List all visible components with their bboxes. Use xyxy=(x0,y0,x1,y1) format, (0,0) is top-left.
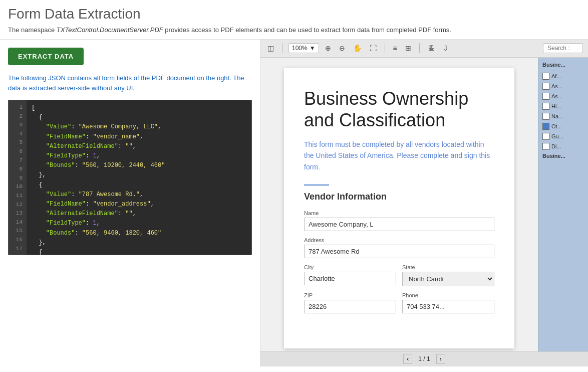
zoom-in-icon[interactable]: ⊕ xyxy=(323,43,333,53)
zoom-value: 100% xyxy=(292,45,308,52)
form-subtitle: This form must be completed by all vendo… xyxy=(304,139,494,172)
page-indicator: 1 / 1 xyxy=(414,354,434,363)
separator-1 xyxy=(282,43,282,53)
list-item[interactable]: Af... xyxy=(542,73,584,80)
download-icon[interactable]: ⇩ xyxy=(441,43,451,53)
page-description: The namespace TXTextControl.DocumentServ… xyxy=(8,25,580,35)
checkbox-af[interactable] xyxy=(542,73,549,80)
address-input[interactable] xyxy=(304,245,494,258)
zip-field: ZIP xyxy=(304,292,396,313)
grid-icon[interactable]: ⊞ xyxy=(403,43,413,53)
address-field: Address xyxy=(304,237,494,258)
item-label-gu: Gu... xyxy=(551,133,563,139)
zip-phone-row: ZIP Phone xyxy=(304,292,494,319)
item-label-as2: As... xyxy=(551,93,562,99)
item-label-ot: Ot... xyxy=(551,123,562,129)
state-label: State xyxy=(402,264,494,270)
city-field: City xyxy=(304,264,396,286)
item-label-as1: As... xyxy=(551,83,562,89)
code-editor: 12345 678910 1112131415 1617181920 2122 … xyxy=(8,100,252,255)
fullscreen-icon[interactable]: ⛶ xyxy=(368,43,379,53)
print-icon[interactable]: 🖶 xyxy=(426,43,437,53)
zoom-dropdown-icon[interactable]: ▼ xyxy=(310,45,316,52)
address-label: Address xyxy=(304,237,494,243)
phone-input[interactable] xyxy=(402,300,494,313)
code-content: [ { "Value": "Awesome Company, LLC", "Fi… xyxy=(27,100,251,255)
form-divider xyxy=(304,184,329,185)
city-label: City xyxy=(304,264,396,270)
item-label-na: Na... xyxy=(551,113,563,119)
list-item[interactable]: Hi... xyxy=(542,103,584,110)
pdf-main: Business Ownership and Classification Th… xyxy=(260,58,538,351)
checkbox-as2[interactable] xyxy=(542,93,549,100)
prev-page-button[interactable]: ‹ xyxy=(403,354,412,364)
phone-field: Phone xyxy=(402,292,494,313)
list-item[interactable]: Di... xyxy=(542,143,584,150)
list-item[interactable]: As... xyxy=(542,93,584,100)
search-input[interactable] xyxy=(543,43,583,53)
name-input[interactable] xyxy=(304,218,494,231)
pdf-toolbar: ◫ 100% ▼ ⊕ ⊖ ✋ ⛶ ≡ ⊞ 🖶 ⇩ xyxy=(260,40,588,58)
page-navigation: ‹ 1 / 1 › xyxy=(260,351,588,366)
checkbox-di[interactable] xyxy=(542,143,549,150)
city-state-row: City State North Caroli xyxy=(304,264,494,292)
list-item[interactable]: Gu... xyxy=(542,133,584,140)
section-title: Vendor Information xyxy=(304,192,494,202)
state-select[interactable]: North Caroli xyxy=(402,272,494,286)
checkbox-ot[interactable] xyxy=(542,123,549,130)
state-field: State North Caroli xyxy=(402,264,494,286)
pdf-page: Business Ownership and Classification Th… xyxy=(284,68,514,348)
item-label-hi: Hi... xyxy=(551,103,561,109)
list-item[interactable]: As... xyxy=(542,83,584,90)
checkbox-as1[interactable] xyxy=(542,83,549,90)
sidebar-section2-label: Busine... xyxy=(542,153,584,159)
list-item[interactable]: Ot... xyxy=(542,123,584,130)
zip-input[interactable] xyxy=(304,300,396,313)
zoom-out-icon[interactable]: ⊖ xyxy=(337,43,347,53)
name-label: Name xyxy=(304,210,494,216)
form-title: Business Ownership and Classification xyxy=(304,88,494,131)
pdf-sidebar: Busine... Af... As... As... xyxy=(538,58,588,351)
zoom-control[interactable]: 100% ▼ xyxy=(288,43,319,53)
hand-icon[interactable]: ✋ xyxy=(351,43,364,53)
name-field: Name xyxy=(304,210,494,231)
city-input[interactable] xyxy=(304,272,396,285)
panel-icon[interactable]: ◫ xyxy=(265,43,276,53)
list-item[interactable]: Na... xyxy=(542,113,584,120)
page-title: Form Data Extraction xyxy=(8,6,580,22)
checkbox-gu[interactable] xyxy=(542,133,549,140)
description-text: The following JSON contains all form fie… xyxy=(8,73,252,94)
lines-icon[interactable]: ≡ xyxy=(391,43,399,53)
next-page-button[interactable]: › xyxy=(436,354,445,364)
sidebar-section1-label: Busine... xyxy=(542,62,584,68)
phone-label: Phone xyxy=(402,292,494,298)
line-numbers: 12345 678910 1112131415 1617181920 2122 xyxy=(9,100,27,255)
item-label-di: Di... xyxy=(551,143,561,149)
extract-data-button[interactable]: EXTRACT DATA xyxy=(8,48,84,65)
item-label-af: Af... xyxy=(551,73,561,79)
checkbox-hi[interactable] xyxy=(542,103,549,110)
zip-label: ZIP xyxy=(304,292,396,298)
separator-3 xyxy=(419,43,420,53)
pdf-content: Business Ownership and Classification Th… xyxy=(260,58,588,351)
separator-2 xyxy=(385,43,385,53)
checkbox-na[interactable] xyxy=(542,113,549,120)
